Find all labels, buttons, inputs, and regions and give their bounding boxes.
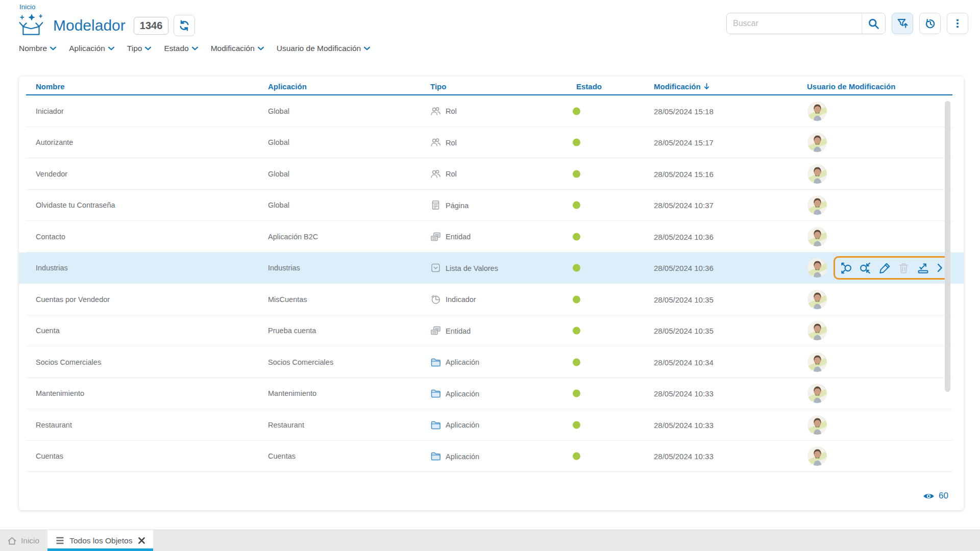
history-button[interactable] <box>919 13 941 34</box>
delete-button[interactable] <box>898 262 910 274</box>
search-input[interactable] <box>727 13 862 34</box>
value-list-icon <box>430 263 441 273</box>
column-header-usuario-modificacion[interactable]: Usuario de Modificación <box>807 82 895 91</box>
user-avatar-image <box>807 415 827 435</box>
row-modification-date: 28/05/2024 10:35 <box>654 327 714 335</box>
column-header-nombre[interactable]: Nombre <box>36 82 65 91</box>
visible-rows-control[interactable]: 60 <box>923 491 948 501</box>
edit-button[interactable] <box>879 262 891 274</box>
avatar <box>807 384 827 403</box>
avatar <box>807 321 827 340</box>
visible-count: 60 <box>939 491 948 501</box>
tab-inicio[interactable]: Inicio <box>0 530 47 551</box>
table-row[interactable]: Cuentas Cuentas <box>19 441 964 472</box>
chevron-down-icon <box>145 46 151 51</box>
table-row[interactable]: Socios Comerciales Socios Comerciales <box>19 346 964 378</box>
row-actions-toolbar <box>834 256 950 280</box>
row-modification-date: 28/05/2024 15:18 <box>654 107 714 115</box>
avatar <box>807 353 827 372</box>
filter-aplicacion[interactable]: Aplicación <box>69 44 114 53</box>
status-dot <box>573 390 580 397</box>
status-dot <box>573 421 580 429</box>
table-body: Iniciador Global <box>19 95 964 472</box>
row-type: Indicador <box>430 294 476 305</box>
column-header-modificacion[interactable]: Modificación <box>654 82 710 91</box>
chevron-down-icon <box>364 46 370 51</box>
user-avatar-image <box>807 227 827 246</box>
header-toolbar <box>726 13 968 34</box>
avatar <box>807 164 827 184</box>
row-type-label: Entidad <box>446 327 471 335</box>
row-modification-date: 28/05/2024 10:36 <box>654 232 714 241</box>
table-header: Nombre Aplicación Tipo Estado Modificaci… <box>19 77 964 95</box>
column-header-estado[interactable]: Estado <box>576 82 602 91</box>
user-avatar-image <box>807 258 827 278</box>
open-button[interactable] <box>840 262 852 274</box>
table-row[interactable]: Iniciador Global <box>19 95 964 127</box>
row-modification-date: 28/05/2024 10:35 <box>654 295 714 304</box>
breadcrumb-inicio-link[interactable]: Inicio <box>19 3 36 11</box>
application-folder-icon <box>430 357 441 367</box>
row-name: Iniciador <box>36 107 64 115</box>
user-avatar-image <box>807 290 827 309</box>
row-application: Global <box>268 201 289 209</box>
table-row[interactable]: Vendedor Global <box>19 158 964 190</box>
tab-todos-los-objetos[interactable]: Todos los Objetos <box>47 530 153 551</box>
column-header-aplicacion[interactable]: Aplicación <box>268 82 307 91</box>
search-button[interactable] <box>862 13 885 34</box>
user-avatar-image <box>807 446 827 466</box>
column-header-tipo[interactable]: Tipo <box>430 82 446 91</box>
row-application: Restaurant <box>268 421 304 429</box>
table-row[interactable]: Restaurant Restaurant <box>19 409 964 441</box>
focus-button[interactable] <box>860 262 871 274</box>
search-icon <box>868 18 879 30</box>
chevron-down-icon <box>192 46 198 51</box>
row-modification-date: 28/05/2024 10:33 <box>654 420 714 429</box>
sort-desc-icon <box>703 83 710 90</box>
more-options-button[interactable] <box>947 13 968 34</box>
bottom-tab-bar: Inicio Todos los Objetos <box>0 530 980 551</box>
row-name: Cuenta <box>36 327 60 335</box>
search-group <box>726 13 886 34</box>
table-row[interactable]: Mantenimiento Mantenimiento <box>19 378 964 410</box>
table-row[interactable]: Industrias Industrias <box>19 253 964 284</box>
close-tab-button[interactable] <box>138 537 145 544</box>
table-row[interactable]: Cuenta Prueba cuenta <box>19 315 964 347</box>
row-type-label: Rol <box>446 107 457 115</box>
table-row[interactable]: Autorizante Global <box>19 127 964 159</box>
filter-bar: Nombre Aplicación Tipo Estado Modificaci… <box>19 44 370 53</box>
row-application: Aplicación B2C <box>268 233 318 241</box>
status-dot <box>573 202 580 209</box>
refresh-button[interactable] <box>174 15 195 36</box>
delete-trash-icon <box>898 262 910 274</box>
focus-icon <box>860 262 871 274</box>
avatar <box>807 446 827 466</box>
table-row[interactable]: Olvidaste tu Contraseña Global <box>19 190 964 221</box>
user-avatar-image <box>807 164 827 184</box>
role-icon <box>430 137 441 148</box>
filter-usuario-modificacion[interactable]: Usuario de Modificación <box>277 44 370 53</box>
row-name: Cuentas por Vendedor <box>36 295 110 304</box>
chevron-down-icon <box>108 46 114 51</box>
filter-tipo[interactable]: Tipo <box>127 44 152 53</box>
status-dot <box>573 107 580 115</box>
user-avatar-image <box>807 321 827 340</box>
table-row[interactable]: Cuentas por Vendedor MisCuentas <box>19 284 964 315</box>
filter-upload-button[interactable] <box>892 13 913 34</box>
filter-nombre[interactable]: Nombre <box>19 44 56 53</box>
row-name: Restaurant <box>36 421 72 429</box>
more-actions-button[interactable] <box>937 263 943 272</box>
avatar <box>807 258 827 278</box>
row-name: Socios Comerciales <box>36 358 101 366</box>
application-folder-icon <box>430 419 441 430</box>
table-row[interactable]: Contacto Aplicación B2C <box>19 221 964 253</box>
filter-estado[interactable]: Estado <box>164 44 198 53</box>
publish-button[interactable] <box>917 262 929 274</box>
page-title: Modelador <box>53 17 126 34</box>
filter-modificacion[interactable]: Modificación <box>211 44 264 53</box>
status-dot <box>573 358 580 366</box>
row-name: Industrias <box>36 264 68 272</box>
user-avatar-image <box>807 353 827 372</box>
row-type-label: Rol <box>446 170 457 178</box>
table-vertical-scrollbar[interactable] <box>945 101 950 392</box>
